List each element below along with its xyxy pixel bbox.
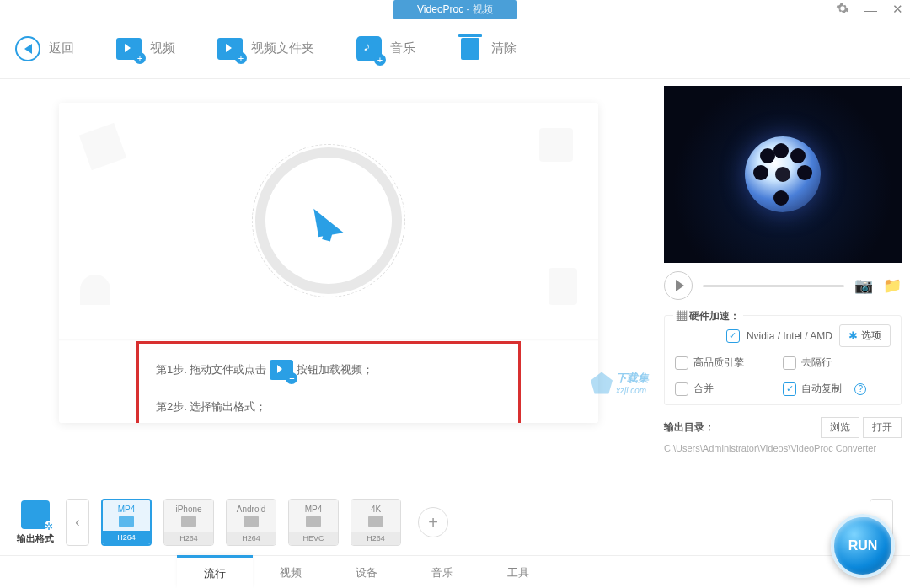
app-name: VideoProc (417, 3, 463, 15)
side-panel: 📷 📁 硬件加速： Nvidia / Intel / AMD 选项 高品质引擎 … (657, 79, 910, 489)
tab-device[interactable]: 设备 (329, 556, 404, 588)
help-icon[interactable]: ? (854, 383, 866, 395)
step-2: 第2步. 选择输出格式； (156, 391, 501, 423)
toolbar: 返回 + 视频 + 视频文件夹 + 音乐 清除 (0, 19, 910, 79)
bg-ruler-icon (79, 123, 126, 170)
bg-note-icon (80, 275, 110, 305)
titlebar: VideoProc - 视频 — ✕ (0, 0, 910, 19)
minimize-icon[interactable]: — (864, 3, 877, 17)
film-reel-icon (745, 136, 821, 212)
format-card-mp4-h264[interactable]: MP4 H264 (101, 499, 152, 546)
output-dir-label: 输出目录： (664, 420, 715, 435)
clear-button[interactable]: 清除 (458, 36, 517, 61)
close-icon[interactable]: ✕ (892, 2, 903, 17)
video-icon: + (116, 38, 142, 60)
add-format-button[interactable]: + (418, 507, 448, 537)
bg-device-icon (549, 268, 577, 305)
hw-accel-box: 硬件加速： Nvidia / Intel / AMD 选项 高品质引擎 去隔行 … (664, 315, 902, 405)
tab-video[interactable]: 视频 (253, 556, 329, 588)
title-badge: VideoProc - 视频 (393, 0, 517, 19)
music-icon: + (356, 36, 382, 61)
play-button[interactable] (664, 271, 693, 300)
deinterlace-checkbox[interactable] (783, 356, 796, 370)
drop-target-ring[interactable] (265, 158, 392, 284)
drop-area[interactable]: 第1步. 拖动文件或点击 + 按钮加载视频； 第2步. 选择输出格式； 第3步.… (0, 79, 657, 489)
format-card-iphone[interactable]: iPhone H264 (163, 499, 214, 546)
step-1: 第1步. 拖动文件或点击 + 按钮加载视频； (156, 354, 501, 386)
divider (59, 339, 598, 339)
output-format-icon (21, 500, 50, 529)
add-folder-button[interactable]: + 视频文件夹 (217, 36, 314, 61)
hw-accel-title: 硬件加速： (673, 309, 743, 323)
merge-checkbox[interactable] (675, 382, 688, 396)
folder-icon: + (217, 38, 243, 60)
browse-button[interactable]: 浏览 (821, 417, 859, 438)
drop-card: 第1步. 拖动文件或点击 + 按钮加载视频； 第2步. 选择输出格式； 第3步.… (59, 103, 598, 423)
preview-pane (664, 86, 902, 263)
format-card-android[interactable]: Android H264 (226, 499, 276, 546)
open-folder-icon[interactable]: 📁 (883, 276, 902, 295)
open-button[interactable]: 打开 (863, 417, 902, 438)
back-arrow-icon (15, 36, 40, 61)
format-card-mp4-hevc[interactable]: MP4 HEVC (288, 499, 339, 546)
seek-slider[interactable] (703, 285, 844, 287)
hq-engine-checkbox[interactable] (675, 356, 688, 370)
hw-vendors: Nvidia / Intel / AMD (747, 330, 832, 342)
format-tabs: 流行 视频 设备 音乐 工具 (0, 555, 910, 588)
output-dir-section: 输出目录： 浏览 打开 C:\Users\Administrator\Video… (664, 417, 902, 453)
inline-video-icon: + (270, 360, 293, 380)
add-video-button[interactable]: + 视频 (116, 36, 175, 61)
run-button[interactable]: RUN (831, 514, 895, 578)
tab-music[interactable]: 音乐 (404, 556, 480, 588)
hw-options-button[interactable]: 选项 (839, 324, 891, 347)
autocopy-checkbox[interactable] (783, 382, 796, 396)
trash-icon (461, 38, 479, 60)
snapshot-icon[interactable]: 📷 (854, 276, 873, 295)
format-card-4k[interactable]: 4K H264 (351, 499, 401, 546)
gear-icon[interactable] (836, 2, 849, 18)
hw-enable-checkbox[interactable] (726, 329, 740, 343)
bottom-panel: 输出格式 ‹ MP4 H264 iPhone H264 Android H264… (0, 489, 910, 588)
formats-prev-button[interactable]: ‹ (66, 499, 89, 546)
tab-tools[interactable]: 工具 (480, 556, 556, 588)
cursor-icon (313, 205, 343, 238)
tab-popular[interactable]: 流行 (177, 555, 253, 588)
output-dir-path: C:\Users\Administrator\Videos\VideoProc … (664, 443, 902, 453)
add-music-button[interactable]: + 音乐 (356, 36, 415, 61)
steps-highlight: 第1步. 拖动文件或点击 + 按钮加载视频； 第2步. 选择输出格式； 第3步.… (136, 341, 521, 423)
output-format-button[interactable]: 输出格式 (17, 500, 54, 545)
back-button[interactable]: 返回 (15, 36, 74, 61)
bg-film-icon (539, 128, 573, 162)
app-section: 视频 (473, 3, 493, 15)
